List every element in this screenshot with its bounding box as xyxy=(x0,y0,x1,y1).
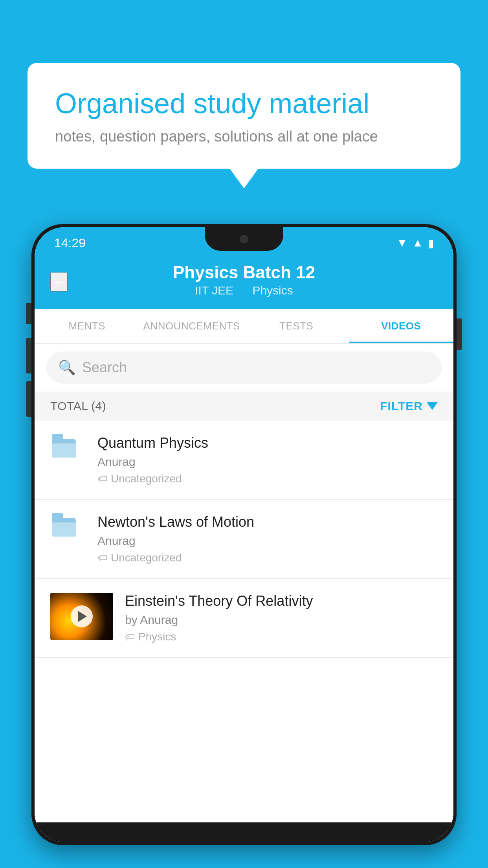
phone-screen: 14:29 ▼ ▲ ▮ ← Physics Batch 12 IIT JEE P… xyxy=(35,227,453,842)
video-item-info: Newton's Laws of Motion Anurag 🏷 Uncateg… xyxy=(97,514,438,564)
tab-videos[interactable]: VIDEOS xyxy=(349,309,454,343)
folder-icon-wrapper xyxy=(50,435,86,466)
phone-bottom-bar xyxy=(35,822,453,842)
video-item-info: Einstein's Theory Of Relativity by Anura… xyxy=(125,593,438,643)
status-time: 14:29 xyxy=(54,236,86,250)
tag-label: Uncategorized xyxy=(111,552,182,564)
total-count-label: TOTAL (4) xyxy=(50,399,106,413)
camera-dot xyxy=(240,235,248,243)
filter-label: FILTER xyxy=(380,399,423,413)
tag-icon: 🏷 xyxy=(125,631,135,643)
volume-silent-button xyxy=(26,303,31,324)
video-title: Einstein's Theory Of Relativity xyxy=(125,593,438,609)
play-icon xyxy=(78,611,87,622)
search-bar-container: 🔍 Search xyxy=(35,344,453,392)
tag-icon: 🏷 xyxy=(97,552,108,564)
speech-bubble: Organised study material notes, question… xyxy=(28,63,460,169)
video-item-info: Quantum Physics Anurag 🏷 Uncategorized xyxy=(97,435,438,485)
tag-label: Uncategorized xyxy=(111,473,182,485)
filter-row: TOTAL (4) FILTER xyxy=(35,392,453,421)
video-author: Anurag xyxy=(97,455,438,469)
tag-label: Physics xyxy=(138,631,176,643)
phone-notch xyxy=(205,227,283,251)
thumbnail-bg xyxy=(50,593,113,640)
wifi-icon: ▼ xyxy=(397,237,408,249)
filter-icon xyxy=(427,402,438,410)
back-button[interactable]: ← xyxy=(50,272,68,292)
search-input-wrapper[interactable]: 🔍 Search xyxy=(46,351,442,384)
video-author: Anurag xyxy=(97,534,438,548)
tab-ments[interactable]: MENTS xyxy=(35,309,139,343)
volume-up-button xyxy=(26,338,31,373)
phone-outer: 14:29 ▼ ▲ ▮ ← Physics Batch 12 IIT JEE P… xyxy=(31,224,457,845)
header-subtitle: IIT JEE Physics xyxy=(50,284,438,297)
tab-announcements[interactable]: ANNOUNCEMENTS xyxy=(139,309,244,343)
play-button[interactable] xyxy=(71,605,93,627)
video-title: Quantum Physics xyxy=(97,435,438,451)
video-author: by Anurag xyxy=(125,613,438,627)
speech-bubble-title: Organised study material xyxy=(55,86,433,120)
battery-icon: ▮ xyxy=(428,237,434,250)
folder-icon-wrapper xyxy=(50,514,86,545)
list-item[interactable]: Quantum Physics Anurag 🏷 Uncategorized xyxy=(35,421,453,500)
header-title: Physics Batch 12 xyxy=(50,263,438,282)
folder-icon xyxy=(52,439,84,466)
volume-down-button xyxy=(26,381,31,417)
list-item[interactable]: Newton's Laws of Motion Anurag 🏷 Uncateg… xyxy=(35,500,453,579)
list-item[interactable]: Einstein's Theory Of Relativity by Anura… xyxy=(35,579,453,658)
phone-inner: 14:29 ▼ ▲ ▮ ← Physics Batch 12 IIT JEE P… xyxy=(35,227,453,842)
tab-tests[interactable]: TESTS xyxy=(244,309,349,343)
speech-bubble-container: Organised study material notes, question… xyxy=(28,63,460,169)
video-tag: 🏷 Uncategorized xyxy=(97,552,438,564)
video-title: Newton's Laws of Motion xyxy=(97,514,438,530)
status-icons: ▼ ▲ ▮ xyxy=(397,237,434,250)
folder-icon xyxy=(52,518,84,545)
video-list: Quantum Physics Anurag 🏷 Uncategorized xyxy=(35,421,453,822)
tag-icon: 🏷 xyxy=(97,473,108,485)
video-thumbnail xyxy=(50,593,113,640)
video-tag: 🏷 Uncategorized xyxy=(97,473,438,485)
subtitle-iitjee: IIT JEE xyxy=(195,284,233,297)
filter-button[interactable]: FILTER xyxy=(380,399,438,413)
search-icon: 🔍 xyxy=(58,359,76,376)
signal-icon: ▲ xyxy=(412,237,423,249)
tabs-bar: MENTS ANNOUNCEMENTS TESTS VIDEOS xyxy=(35,309,453,344)
phone-wrapper: 14:29 ▼ ▲ ▮ ← Physics Batch 12 IIT JEE P… xyxy=(31,224,457,868)
app-header: ← Physics Batch 12 IIT JEE Physics xyxy=(35,255,453,309)
speech-bubble-subtitle: notes, question papers, solutions all at… xyxy=(55,128,433,145)
search-placeholder-text: Search xyxy=(82,359,127,376)
video-tag: 🏷 Physics xyxy=(125,631,438,643)
subtitle-physics: Physics xyxy=(252,284,293,297)
power-button xyxy=(457,318,462,350)
